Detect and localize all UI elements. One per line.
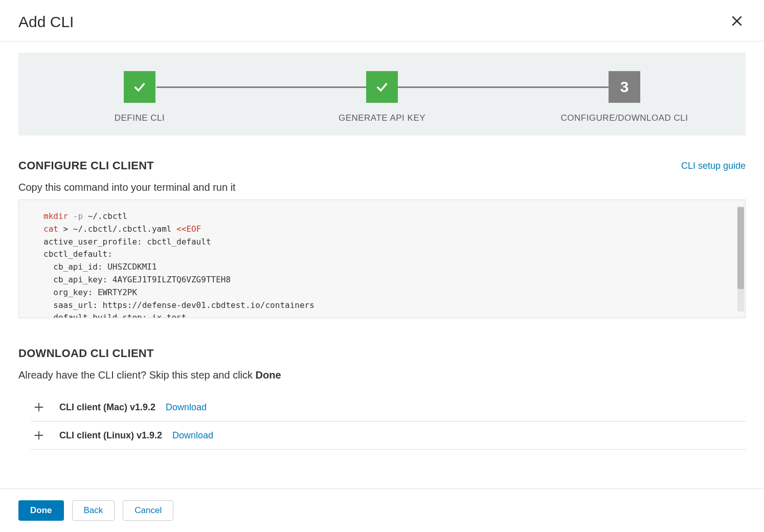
code-token: > — [63, 224, 69, 234]
download-item-name: CLI client (Linux) v1.9.2 — [59, 430, 162, 441]
download-item-name: CLI client (Mac) v1.9.2 — [59, 402, 155, 413]
wizard-stepper: DEFINE CLI GENERATE API KEY 3 CONFIGURE/… — [18, 53, 746, 136]
plus-icon — [33, 430, 44, 441]
download-title: DOWNLOAD CLI CLIENT — [18, 347, 746, 360]
check-icon — [132, 80, 147, 94]
download-subtitle-text: Already have the CLI client? Skip this s… — [18, 369, 256, 381]
step-label: GENERATE API KEY — [339, 113, 425, 123]
step-box — [366, 71, 398, 103]
cli-setup-guide-link[interactable]: CLI setup guide — [681, 161, 746, 171]
step-box — [124, 71, 155, 103]
step-generate-api-key: GENERATE API KEY — [261, 71, 503, 123]
configure-title: CONFIGURE CLI CLIENT — [18, 159, 154, 172]
expand-button[interactable] — [31, 430, 47, 441]
code-token: ~/.cbctl/.cbctl.yaml — [73, 224, 172, 234]
download-link[interactable]: Download — [166, 402, 207, 413]
download-subtitle: Already have the CLI client? Skip this s… — [18, 369, 746, 381]
download-subtitle-bold: Done — [256, 369, 281, 381]
close-icon — [730, 14, 744, 28]
plus-icon — [33, 402, 44, 413]
code-body: active_user_profile: cbctl_default cbctl… — [43, 237, 314, 318]
step-box: 3 — [609, 71, 640, 103]
download-row-mac: CLI client (Mac) v1.9.2 Download — [31, 393, 746, 422]
step-define-cli: DEFINE CLI — [18, 71, 261, 123]
download-list: CLI client (Mac) v1.9.2 Download CLI cli… — [18, 393, 746, 450]
done-button[interactable]: Done — [18, 500, 64, 521]
download-link[interactable]: Download — [172, 430, 213, 441]
configure-subtitle: Copy this command into your terminal and… — [18, 182, 746, 193]
command-code-block[interactable]: mkdir -p ~/.cbctl cat > ~/.cbctl/.cbctl.… — [18, 199, 746, 318]
code-token: -p — [73, 211, 83, 221]
step-label: DEFINE CLI — [115, 113, 165, 123]
modal-header: Add CLI — [0, 0, 764, 41]
expand-button[interactable] — [31, 402, 47, 413]
download-row-linux: CLI client (Linux) v1.9.2 Download — [31, 422, 746, 450]
check-icon — [375, 80, 389, 94]
back-button[interactable]: Back — [72, 500, 115, 521]
modal-content: DEFINE CLI GENERATE API KEY 3 CONFIGURE/… — [0, 41, 764, 489]
code-token: mkdir — [43, 211, 68, 221]
code-token: cat — [43, 224, 58, 234]
add-cli-modal: Add CLI DEFINE CLI GENERATE API KEY — [0, 0, 764, 532]
code-token: <<EOF — [176, 224, 201, 234]
configure-section-header: CONFIGURE CLI CLIENT CLI setup guide — [18, 159, 746, 172]
scrollbar-thumb[interactable] — [737, 207, 744, 289]
step-label: CONFIGURE/DOWNLOAD CLI — [560, 113, 688, 123]
code-token: ~/.cbctl — [88, 211, 127, 221]
cancel-button[interactable]: Cancel — [123, 500, 173, 521]
modal-title: Add CLI — [18, 13, 74, 31]
step-configure-download: 3 CONFIGURE/DOWNLOAD CLI — [503, 71, 746, 123]
modal-footer: Done Back Cancel — [0, 489, 764, 532]
close-button[interactable] — [728, 12, 746, 32]
